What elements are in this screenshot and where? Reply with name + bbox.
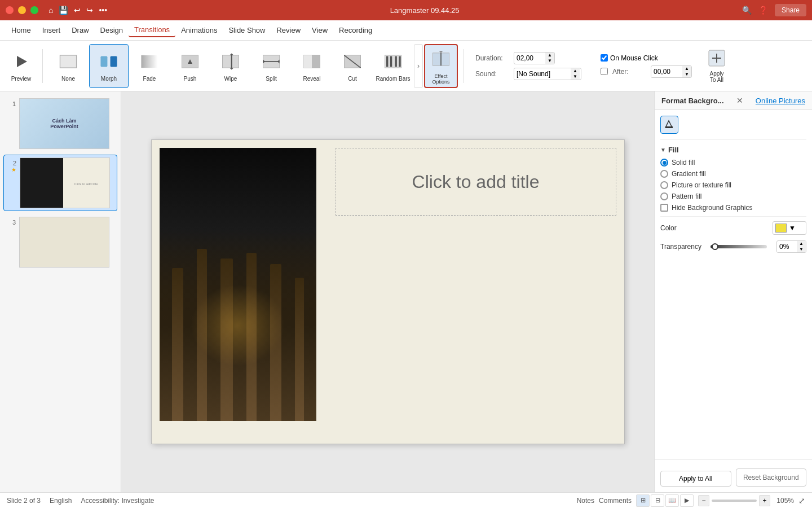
menu-home[interactable]: Home bbox=[6, 24, 37, 37]
after-checkbox[interactable] bbox=[601, 68, 608, 75]
share-button[interactable]: Share bbox=[775, 4, 806, 16]
more-icon[interactable]: ••• bbox=[99, 6, 107, 15]
transition-morph[interactable]: Morph bbox=[89, 44, 129, 88]
after-input[interactable]: ▲ ▼ bbox=[651, 65, 692, 78]
zoom-level[interactable]: 105% bbox=[773, 497, 794, 505]
on-mouse-click-checkbox[interactable] bbox=[601, 54, 608, 62]
after-row: After: ▲ ▼ bbox=[601, 65, 692, 78]
save-icon[interactable]: 💾 bbox=[59, 6, 68, 15]
color-row: Color ▼ bbox=[660, 216, 806, 235]
zoom-in-button[interactable]: + bbox=[759, 495, 770, 506]
slide-thumb-2[interactable]: 2 ★ Click to add title bbox=[3, 155, 117, 211]
hide-bg-checkbox[interactable] bbox=[660, 204, 668, 212]
zoom-out-button[interactable]: − bbox=[698, 495, 709, 506]
slide-sorter-button[interactable]: ⊟ bbox=[651, 494, 664, 507]
transparency-slider[interactable] bbox=[710, 245, 767, 248]
effect-options-button[interactable]: Effect Options bbox=[424, 44, 458, 88]
gradient-fill-option[interactable]: Gradient fill bbox=[660, 170, 806, 178]
menu-draw[interactable]: Draw bbox=[66, 24, 94, 37]
svg-rect-23 bbox=[399, 56, 400, 67]
transparency-down[interactable]: ▼ bbox=[797, 247, 806, 252]
apply-to-all-button[interactable]: ApplyTo All bbox=[700, 44, 734, 88]
slide-title-area[interactable]: Click to add title bbox=[336, 148, 616, 216]
sound-down[interactable]: ▼ bbox=[571, 74, 580, 80]
hide-bg-option[interactable]: Hide Background Graphics bbox=[660, 204, 806, 212]
reading-view-button[interactable]: 📖 bbox=[665, 494, 679, 507]
none-label: None bbox=[61, 76, 75, 82]
transition-split[interactable]: Split bbox=[251, 44, 291, 88]
transition-random-bars[interactable]: Random Bars bbox=[373, 44, 413, 88]
menu-slideshow[interactable]: Slide Show bbox=[223, 24, 271, 37]
reset-background-button[interactable]: Reset Background bbox=[736, 468, 807, 487]
slide-thumb-3[interactable]: 3 bbox=[3, 214, 117, 270]
undo-icon[interactable]: ↩ bbox=[74, 6, 81, 15]
more-transitions-arrow[interactable]: › bbox=[414, 44, 423, 88]
online-pictures-tab[interactable]: Online Pictures bbox=[756, 97, 805, 105]
minimize-btn[interactable] bbox=[18, 6, 26, 14]
solid-fill-option[interactable]: Solid fill bbox=[660, 159, 806, 167]
none-icon bbox=[56, 50, 80, 73]
menu-recording[interactable]: Recording bbox=[333, 24, 378, 37]
slide-thumb-1[interactable]: 1 Cách LàmPowerPoint bbox=[3, 96, 117, 151]
preview-icon bbox=[10, 50, 33, 73]
maximize-btn[interactable] bbox=[30, 6, 38, 14]
transition-fade[interactable]: Fade bbox=[130, 44, 169, 88]
accessibility-label[interactable]: Accessibility: Investigate bbox=[81, 497, 154, 505]
solid-fill-radio[interactable] bbox=[660, 159, 668, 167]
transition-push[interactable]: ▲ Push bbox=[170, 44, 210, 88]
zoom-slider[interactable] bbox=[712, 500, 757, 502]
menu-animations[interactable]: Animations bbox=[175, 24, 223, 37]
color-picker-button[interactable]: ▼ bbox=[773, 221, 806, 235]
transition-cut[interactable]: Cut bbox=[333, 44, 372, 88]
redo-icon[interactable]: ↪ bbox=[86, 6, 93, 15]
after-down[interactable]: ▼ bbox=[682, 72, 691, 77]
slide-canvas[interactable]: Click to add title bbox=[151, 139, 625, 444]
duration-value[interactable] bbox=[514, 53, 545, 63]
sound-up[interactable]: ▲ bbox=[571, 68, 580, 74]
svg-rect-7 bbox=[222, 55, 239, 68]
app-title: Langmaster 09.44.25 bbox=[390, 6, 460, 15]
after-up[interactable]: ▲ bbox=[682, 66, 691, 72]
help-icon[interactable]: ❓ bbox=[758, 6, 768, 15]
menu-review[interactable]: Review bbox=[271, 24, 306, 37]
preview-button[interactable]: Preview bbox=[6, 44, 37, 88]
sound-value[interactable] bbox=[514, 69, 571, 79]
transparency-input[interactable]: ▲ ▼ bbox=[776, 240, 806, 253]
notes-button[interactable]: Notes bbox=[577, 497, 594, 505]
apply-to-all-panel-button[interactable]: Apply to All bbox=[660, 471, 731, 487]
slideshow-button[interactable]: ▶ bbox=[680, 494, 694, 507]
duration-up[interactable]: ▲ bbox=[545, 52, 554, 58]
search-icon[interactable]: 🔍 bbox=[742, 6, 752, 15]
gradient-fill-radio[interactable] bbox=[660, 170, 668, 178]
picture-fill-option[interactable]: Picture or texture fill bbox=[660, 181, 806, 189]
close-btn[interactable] bbox=[6, 6, 14, 14]
after-value[interactable] bbox=[651, 67, 682, 77]
menu-transitions[interactable]: Transitions bbox=[129, 23, 175, 37]
duration-down[interactable]: ▼ bbox=[545, 58, 554, 64]
normal-view-button[interactable]: ⊞ bbox=[636, 494, 650, 507]
transition-reveal[interactable]: Reveal bbox=[292, 44, 332, 88]
duration-input[interactable]: ▲ ▼ bbox=[514, 52, 555, 64]
transition-none[interactable]: None bbox=[48, 44, 88, 88]
menu-insert[interactable]: Insert bbox=[37, 24, 67, 37]
svg-rect-3 bbox=[111, 56, 117, 67]
panel-close-button[interactable]: ✕ bbox=[736, 96, 743, 105]
fill-icon-button[interactable] bbox=[660, 116, 678, 134]
menu-view[interactable]: View bbox=[306, 24, 333, 37]
comments-button[interactable]: Comments bbox=[599, 497, 632, 505]
pattern-fill-option[interactable]: Pattern fill bbox=[660, 192, 806, 200]
transparency-up[interactable]: ▲ bbox=[797, 241, 806, 247]
menu-design[interactable]: Design bbox=[95, 24, 129, 37]
home-icon[interactable]: ⌂ bbox=[48, 6, 53, 15]
sound-input[interactable]: ▲ ▼ bbox=[514, 68, 581, 80]
pattern-fill-radio[interactable] bbox=[660, 192, 668, 200]
transition-wipe[interactable]: Wipe bbox=[211, 44, 250, 88]
transparency-label: Transparency bbox=[660, 243, 701, 251]
main-area: 1 Cách LàmPowerPoint 2 ★ Click bbox=[0, 91, 812, 492]
fill-section-header[interactable]: ▼ Fill bbox=[660, 146, 806, 154]
transparency-value[interactable] bbox=[777, 242, 797, 252]
fit-slide-button[interactable]: ⤢ bbox=[798, 496, 805, 505]
sound-row: Sound: ▲ ▼ bbox=[475, 68, 581, 80]
slide-star-2: ★ bbox=[11, 167, 16, 173]
picture-fill-radio[interactable] bbox=[660, 181, 668, 189]
